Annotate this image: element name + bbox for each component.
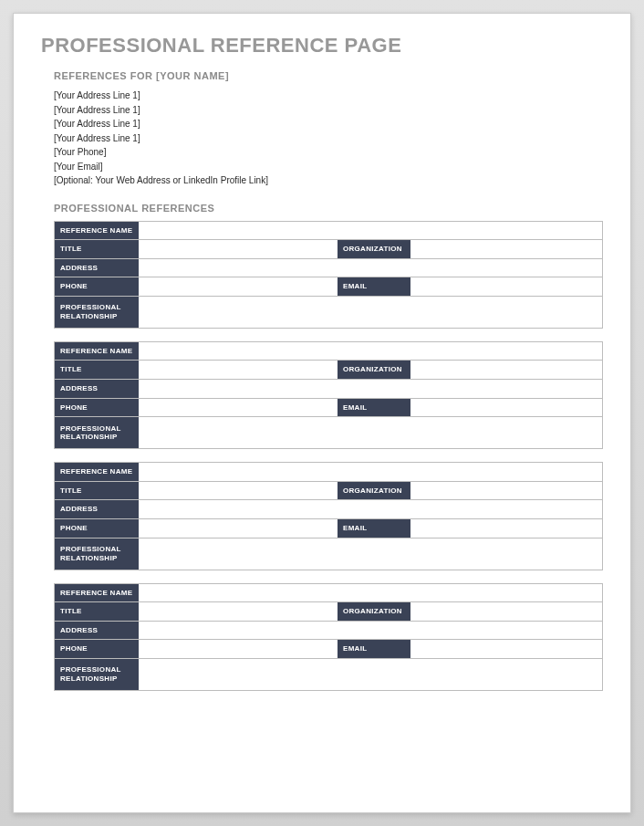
label-address: ADDRESS bbox=[55, 500, 139, 518]
field-address[interactable] bbox=[139, 622, 602, 640]
label-phone: PHONE bbox=[55, 519, 139, 538]
label-relationship: PROFESSIONAL RELATIONSHIP bbox=[55, 538, 139, 570]
field-reference-name[interactable] bbox=[139, 222, 602, 240]
field-relationship[interactable] bbox=[139, 417, 602, 448]
field-reference-name[interactable] bbox=[139, 463, 602, 481]
field-address[interactable] bbox=[139, 259, 602, 277]
label-title: TITLE bbox=[55, 240, 139, 258]
web-line: [Optional: Your Web Address or LinkedIn … bbox=[54, 173, 603, 188]
page-title: PROFESSIONAL REFERENCE PAGE bbox=[41, 34, 603, 58]
phone-line: [Your Phone] bbox=[54, 145, 603, 160]
field-organization[interactable] bbox=[410, 602, 602, 621]
reference-block: REFERENCE NAME TITLE ORGANIZATION ADDRES… bbox=[54, 341, 603, 449]
field-email[interactable] bbox=[410, 399, 602, 417]
address-line: [Your Address Line 1] bbox=[54, 103, 603, 118]
label-organization: ORGANIZATION bbox=[338, 361, 410, 379]
document-page: PROFESSIONAL REFERENCE PAGE REFERENCES F… bbox=[13, 13, 631, 813]
reference-block: REFERENCE NAME TITLE ORGANIZATION ADDRES… bbox=[54, 462, 603, 570]
field-title[interactable] bbox=[139, 361, 338, 379]
label-relationship: PROFESSIONAL RELATIONSHIP bbox=[55, 659, 139, 690]
label-reference-name: REFERENCE NAME bbox=[55, 222, 139, 240]
field-organization[interactable] bbox=[410, 240, 602, 258]
references-for-heading: REFERENCES FOR [YOUR NAME] bbox=[54, 70, 603, 81]
field-email[interactable] bbox=[410, 519, 602, 538]
label-relationship: PROFESSIONAL RELATIONSHIP bbox=[55, 417, 139, 448]
label-email: EMAIL bbox=[338, 640, 410, 658]
label-title: TITLE bbox=[55, 482, 139, 500]
field-email[interactable] bbox=[410, 640, 602, 658]
label-address: ADDRESS bbox=[55, 259, 139, 277]
reference-block: REFERENCE NAME TITLE ORGANIZATION ADDRES… bbox=[54, 221, 603, 329]
label-title: TITLE bbox=[55, 602, 139, 621]
label-organization: ORGANIZATION bbox=[338, 240, 410, 258]
field-relationship[interactable] bbox=[139, 659, 602, 690]
field-phone[interactable] bbox=[139, 640, 338, 658]
label-phone: PHONE bbox=[55, 399, 139, 417]
field-phone[interactable] bbox=[139, 399, 338, 417]
field-organization[interactable] bbox=[410, 482, 602, 500]
field-title[interactable] bbox=[139, 240, 338, 258]
label-phone: PHONE bbox=[55, 640, 139, 658]
address-line: [Your Address Line 1] bbox=[54, 117, 603, 131]
field-relationship[interactable] bbox=[139, 297, 602, 328]
field-title[interactable] bbox=[139, 482, 338, 500]
label-relationship: PROFESSIONAL RELATIONSHIP bbox=[55, 297, 139, 328]
label-organization: ORGANIZATION bbox=[338, 482, 410, 500]
contact-info-block: [Your Address Line 1] [Your Address Line… bbox=[54, 89, 603, 188]
address-line: [Your Address Line 1] bbox=[54, 131, 603, 146]
section-heading: PROFESSIONAL REFERENCES bbox=[54, 203, 603, 214]
field-organization[interactable] bbox=[410, 361, 602, 379]
label-address: ADDRESS bbox=[55, 380, 139, 398]
label-organization: ORGANIZATION bbox=[338, 602, 410, 621]
label-reference-name: REFERENCE NAME bbox=[55, 342, 139, 361]
label-title: TITLE bbox=[55, 361, 139, 379]
field-phone[interactable] bbox=[139, 519, 338, 538]
field-relationship[interactable] bbox=[139, 538, 602, 570]
label-reference-name: REFERENCE NAME bbox=[55, 463, 139, 481]
field-reference-name[interactable] bbox=[139, 584, 602, 602]
label-address: ADDRESS bbox=[55, 622, 139, 640]
email-line: [Your Email] bbox=[54, 160, 603, 174]
label-reference-name: REFERENCE NAME bbox=[55, 584, 139, 602]
field-email[interactable] bbox=[410, 277, 602, 296]
field-title[interactable] bbox=[139, 602, 338, 621]
label-email: EMAIL bbox=[338, 277, 410, 296]
label-email: EMAIL bbox=[338, 519, 410, 538]
field-phone[interactable] bbox=[139, 277, 338, 296]
address-line: [Your Address Line 1] bbox=[54, 89, 603, 103]
field-address[interactable] bbox=[139, 500, 602, 518]
field-address[interactable] bbox=[139, 380, 602, 398]
label-phone: PHONE bbox=[55, 277, 139, 296]
reference-block: REFERENCE NAME TITLE ORGANIZATION ADDRES… bbox=[54, 583, 603, 691]
field-reference-name[interactable] bbox=[139, 342, 602, 361]
label-email: EMAIL bbox=[338, 399, 410, 417]
